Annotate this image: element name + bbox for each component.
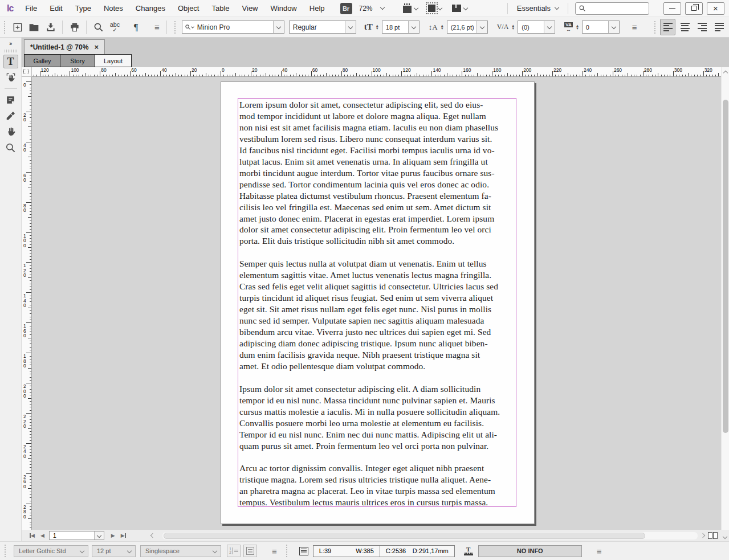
- show-line-numbers-button[interactable]: 12: [227, 545, 241, 557]
- type-tool-button[interactable]: T: [3, 55, 18, 68]
- menu-file[interactable]: File: [19, 0, 43, 17]
- font-family-combo[interactable]: Minion Pro: [182, 21, 284, 34]
- scroll-down-icon[interactable]: [723, 534, 727, 539]
- bridge-icon[interactable]: Br: [340, 3, 352, 14]
- leading-dropdown-button[interactable]: [477, 21, 487, 33]
- font-size-stepper[interactable]: ▲▼: [374, 24, 381, 30]
- search-box[interactable]: [575, 2, 649, 15]
- galley-font-dropdown[interactable]: Letter Gothic Std: [14, 545, 88, 557]
- save-button[interactable]: [42, 19, 59, 35]
- zoom-level-value[interactable]: 72%: [359, 5, 373, 13]
- screen-mode-button[interactable]: [424, 5, 446, 12]
- statusbar-menu-icon[interactable]: ≡: [272, 546, 277, 556]
- font-style-combo[interactable]: Regular: [289, 21, 356, 34]
- close-tab-icon[interactable]: ×: [94, 43, 99, 51]
- vertical-scrollbar-thumb[interactable]: [723, 100, 728, 433]
- menu-changes[interactable]: Changes: [129, 0, 172, 17]
- leading-stepper[interactable]: ▲▼: [439, 24, 446, 30]
- toolbar-grip[interactable]: [173, 21, 177, 34]
- menu-window[interactable]: Window: [264, 0, 303, 17]
- kerning-dropdown-button[interactable]: [544, 21, 555, 33]
- position-tool-button[interactable]: [3, 71, 18, 84]
- menu-view[interactable]: View: [236, 0, 264, 17]
- text-frame[interactable]: Lorem ipsum dolor sit amet, consectetur …: [238, 98, 516, 507]
- menu-object[interactable]: Object: [172, 0, 206, 17]
- close-button[interactable]: ×: [707, 2, 724, 15]
- text-line: an pharetra magna ac placerat. Leo in vi…: [239, 485, 516, 497]
- menu-help[interactable]: Help: [303, 0, 331, 17]
- align-right-button[interactable]: [694, 19, 710, 35]
- tracking-stepper[interactable]: ▲▼: [574, 24, 581, 30]
- restore-button[interactable]: [685, 2, 703, 15]
- kerning-stepper[interactable]: ▲▼: [510, 24, 516, 30]
- menu-type[interactable]: Type: [69, 0, 97, 17]
- layout-canvas[interactable]: Lorem ipsum dolor sit amet, consectetur …: [32, 77, 721, 530]
- copyfit-menu-icon[interactable]: ≡: [597, 546, 602, 556]
- tab-galley[interactable]: Galley: [24, 54, 60, 67]
- galley-size-dropdown[interactable]: 12 pt: [92, 545, 136, 557]
- text-line: Arcu ac tortor dignissim convallis. Inte…: [239, 463, 516, 474]
- menu-edit[interactable]: Edit: [43, 0, 68, 17]
- toolbar-grip[interactable]: [653, 21, 657, 34]
- last-page-button[interactable]: ▶: [121, 533, 126, 538]
- text-line: eget sit. Sit amet risus nullam eget fel…: [239, 304, 516, 315]
- kerning-combo[interactable]: (0): [518, 21, 555, 34]
- find-change-button[interactable]: [90, 19, 107, 35]
- vertical-ruler[interactable]: 02 04 06 08 01 0 01 2 01 4 01 6 01 8 02 …: [22, 77, 32, 530]
- page-number-dropdown-button[interactable]: [94, 532, 104, 539]
- font-style-dropdown-button[interactable]: [345, 21, 356, 33]
- character-panel-menu-icon[interactable]: ≡: [632, 22, 637, 32]
- font-family-dropdown-button[interactable]: [273, 21, 284, 33]
- zoom-level-chevron-down-icon[interactable]: [380, 5, 384, 10]
- panel-grip[interactable]: [5, 50, 17, 52]
- tab-layout[interactable]: Layout: [95, 54, 132, 67]
- page-number-box[interactable]: 1: [49, 531, 104, 540]
- font-size-dropdown-button[interactable]: [408, 21, 419, 33]
- ruler-origin[interactable]: [22, 67, 32, 77]
- scroll-left-icon[interactable]: [150, 533, 154, 538]
- toolbar-grip[interactable]: [3, 21, 7, 34]
- note-tool-button[interactable]: [3, 93, 18, 107]
- scroll-right-icon[interactable]: [701, 533, 705, 538]
- tracking-combo[interactable]: 0: [582, 21, 620, 34]
- tab-story[interactable]: Story: [60, 54, 95, 67]
- document-tab[interactable]: *Untitled-1 @ 70% ×: [24, 39, 105, 54]
- previous-page-button[interactable]: ◀: [40, 533, 44, 538]
- galley-spacing-dropdown[interactable]: Singlespace: [140, 545, 221, 557]
- open-button[interactable]: [26, 19, 42, 35]
- toolbar-menu-icon[interactable]: ≡: [154, 22, 160, 32]
- horizontal-scrollbar[interactable]: [162, 532, 698, 539]
- statusbar-grip[interactable]: [285, 545, 289, 557]
- justify-last-left-button[interactable]: [711, 19, 727, 35]
- spellcheck-button[interactable]: abc ✓: [107, 19, 123, 35]
- align-left-button[interactable]: [660, 19, 675, 35]
- page[interactable]: Lorem ipsum dolor sit amet, consectetur …: [221, 81, 535, 524]
- font-size-combo[interactable]: 18 pt: [382, 21, 420, 34]
- search-input[interactable]: [588, 5, 645, 13]
- horizontal-ruler[interactable]: 1201008060402002040608010012014016018020…: [32, 67, 721, 77]
- next-page-button[interactable]: ▶: [111, 533, 115, 538]
- show-paragraph-marks-button[interactable]: [243, 545, 257, 557]
- scroll-up-icon[interactable]: [723, 71, 728, 75]
- split-layout-view-button[interactable]: [708, 532, 718, 539]
- minimize-button[interactable]: [663, 2, 681, 15]
- zoom-tool-button[interactable]: [3, 141, 18, 154]
- new-document-button[interactable]: [9, 19, 26, 35]
- vertical-scrollbar[interactable]: [721, 67, 729, 530]
- menu-notes[interactable]: Notes: [97, 0, 129, 17]
- horizontal-scrollbar-thumb[interactable]: [164, 533, 645, 539]
- show-hidden-characters-button[interactable]: ¶: [128, 19, 144, 35]
- panel-expand-icon[interactable]: ››: [0, 38, 21, 47]
- leading-combo[interactable]: (21,6 pt): [447, 21, 488, 34]
- hand-tool-button[interactable]: [3, 125, 18, 138]
- first-page-button[interactable]: ◀: [30, 533, 35, 538]
- menu-table[interactable]: Table: [205, 0, 235, 17]
- workspace-switcher[interactable]: Essentials: [508, 4, 568, 13]
- print-button[interactable]: [66, 19, 83, 35]
- view-options-button[interactable]: [399, 3, 422, 13]
- arrange-documents-button[interactable]: [448, 5, 471, 12]
- statusbar-grip[interactable]: [3, 545, 7, 557]
- align-center-button[interactable]: [677, 19, 693, 35]
- tracking-dropdown-button[interactable]: [608, 21, 619, 33]
- eyedropper-tool-button[interactable]: [3, 109, 18, 122]
